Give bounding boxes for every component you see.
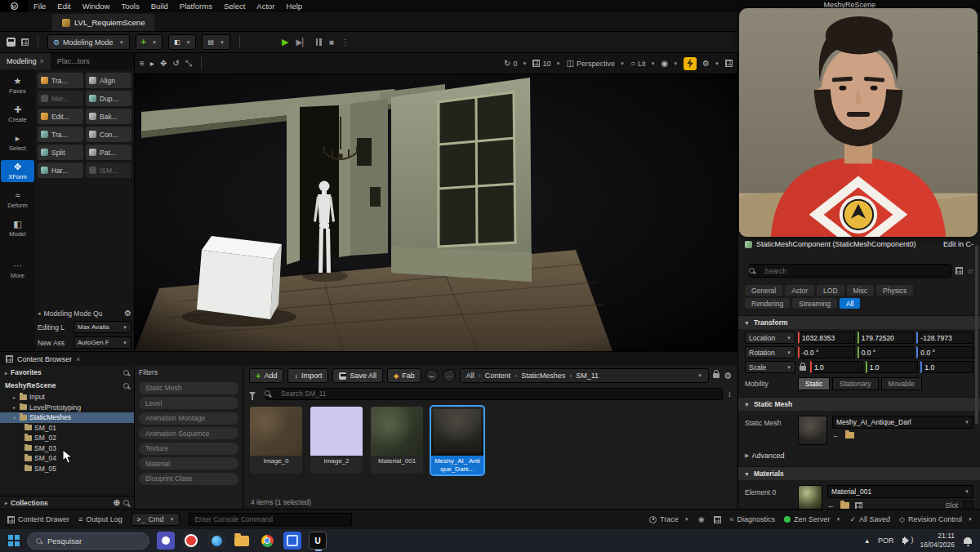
filter-funnel-icon[interactable] (249, 392, 256, 396)
tool-bake[interactable]: Bak... (86, 109, 131, 124)
menu-build[interactable]: Build (145, 0, 174, 12)
chrome-icon[interactable] (258, 532, 276, 550)
filter-blueprint-class[interactable]: Blueprint Class (139, 473, 238, 485)
tree-item-levelprototyping[interactable]: ▸ LevelPrototyping (0, 403, 134, 413)
search-icon[interactable] (123, 383, 129, 389)
perspective-dropdown[interactable]: ◫ Perspective ▼ (566, 60, 624, 68)
mode-select[interactable]: ▸ Select (1, 131, 34, 154)
material-asset-dropdown[interactable]: Material_001 ▼ (827, 485, 973, 498)
speaker-icon[interactable] (902, 538, 906, 543)
tab-streaming[interactable]: Streaming (792, 298, 837, 309)
add-actor-dropdown[interactable]: + ▼ (136, 34, 163, 50)
forward-button[interactable]: → (443, 369, 456, 382)
add-collection-icon[interactable]: ⊕ (114, 498, 120, 507)
diagnostics-button[interactable]: ≈ Diagnostics (730, 515, 775, 523)
settings-gear-icon[interactable]: ⚙ (724, 371, 732, 381)
level-tab[interactable]: LVL_RequiemScene (52, 14, 154, 31)
menu-select[interactable]: Select (218, 0, 251, 12)
file-explorer-icon[interactable] (233, 532, 251, 550)
editor-mode-dropdown[interactable]: ⚙ Modeling Mode ▼ (47, 34, 130, 50)
location-x-field[interactable]: 1032.8353 (798, 332, 855, 344)
save-all-button[interactable]: Save All (332, 368, 383, 383)
mode-model[interactable]: ◧ Model (1, 217, 34, 239)
mobility-movable-button[interactable]: Movable (881, 377, 922, 390)
save-all-icon[interactable] (7, 38, 16, 47)
asset-tile-meshy-selected[interactable]: Meshy_AI_ Antique_Dark... (431, 407, 483, 474)
location-dropdown[interactable]: Location ▼ (745, 332, 795, 344)
mobility-stationary-button[interactable]: Stationary (832, 377, 878, 390)
search-icon[interactable] (123, 500, 129, 505)
all-saved-button[interactable]: ✓ All Saved (850, 515, 891, 523)
menu-platforms[interactable]: Platforms (174, 0, 218, 12)
display-options-icon[interactable] (956, 267, 963, 274)
menu-tools[interactable]: Tools (115, 0, 145, 12)
tree-item-staticmeshes[interactable]: ▾ StaticMeshes (0, 412, 134, 423)
filter-material[interactable]: Material (139, 457, 238, 470)
editing-dropdown[interactable]: Max Availa ▼ (74, 321, 131, 333)
use-selected-asset-icon[interactable]: ← (832, 431, 840, 439)
play-button[interactable]: ▶ (282, 37, 288, 47)
tab-physics[interactable]: Physics (876, 285, 913, 296)
mode-more[interactable]: ··· More (1, 259, 34, 281)
pause-button[interactable] (316, 38, 322, 46)
rotation-x-field[interactable]: -0.0 ° (798, 346, 855, 358)
content-drawer-icon[interactable] (21, 38, 29, 46)
content-search-input[interactable] (265, 388, 723, 400)
mobility-static-button[interactable]: Static (798, 377, 830, 390)
media-app-icon[interactable] (182, 532, 200, 550)
tree-item-sm04[interactable]: SM_04 (0, 453, 134, 464)
taskbar-clock[interactable]: 21:11 16/04/2026 (920, 532, 955, 549)
grid-snap-dropdown[interactable]: 10 ▼ (532, 60, 560, 68)
console-command-input[interactable] (189, 513, 352, 526)
tool-ism[interactable]: ISM... (86, 162, 131, 178)
lit-mode-dropdown[interactable]: ○ Lit ▼ (630, 60, 656, 68)
close-icon[interactable]: × (76, 355, 80, 363)
details-search-input[interactable] (749, 264, 951, 278)
location-z-field[interactable]: -128.7973 (916, 332, 973, 344)
tree-item-sm03[interactable]: SM_03 (0, 443, 134, 454)
browse-to-asset-icon[interactable] (840, 502, 849, 509)
tool-align[interactable]: Align (86, 73, 131, 88)
blueprints-dropdown[interactable]: ◧ ▼ (168, 34, 197, 50)
cmd-dropdown[interactable]: >_ Cmd ▼ (131, 513, 180, 526)
tab-place-actors[interactable]: Plac...tors (51, 53, 96, 69)
play-options-kebab[interactable]: ⋮ (341, 38, 350, 47)
location-y-field[interactable]: 179.72520 (858, 332, 915, 344)
use-selected-asset-icon[interactable]: ← (827, 501, 835, 509)
output-log-button[interactable]: ≡ Output Log (78, 515, 122, 523)
menu-window[interactable]: Window (77, 0, 116, 12)
cinematics-dropdown[interactable]: ▤ ▼ (202, 34, 230, 50)
language-indicator[interactable]: POR (878, 536, 894, 545)
3d-scene-canvas[interactable] (135, 74, 737, 351)
tree-item-input[interactable]: ▸ Input (0, 392, 134, 403)
tool-merge[interactable]: Mer... (38, 91, 83, 106)
zen-server-dropdown[interactable]: Zen Server ▼ (784, 515, 840, 523)
filter-level[interactable]: Level (139, 397, 238, 409)
materials-section-header[interactable]: ▼ Materials (738, 466, 980, 480)
close-icon[interactable]: × (40, 57, 44, 65)
new-asset-dropdown[interactable]: AutoGen F ▼ (74, 336, 131, 349)
skip-button[interactable]: ▶▏ (296, 38, 308, 47)
breadcrumb[interactable]: All › Content › StaticMeshes › SM_11 ▼ (460, 368, 709, 383)
tree-item-sm05[interactable]: SM_05 (0, 464, 134, 474)
project-root-row[interactable]: MeshyReScene (0, 379, 134, 392)
static-mesh-thumbnail[interactable] (798, 416, 827, 445)
maximize-viewport-icon[interactable] (725, 60, 733, 67)
viewport[interactable]: ≡ ▸ ✥ ↺ ⤡ ↻ 0 ▼ 10 ▼ ◫ Perspective ▼ ○ L… (135, 53, 737, 351)
scale-x-field[interactable]: 1.0 (810, 361, 863, 373)
breadcrumb-staticmeshes[interactable]: StaticMeshes (521, 372, 565, 380)
scale-tool-icon[interactable]: ⤡ (185, 60, 192, 68)
insights-icon[interactable] (714, 516, 721, 523)
static-mesh-asset-dropdown[interactable]: Meshy_AI_Antique_Darl ▼ (832, 416, 973, 429)
tool-harvest[interactable]: Har... (38, 162, 83, 178)
angle-snap-dropdown[interactable]: ↻ 0 ▼ (504, 60, 527, 68)
scale-z-field[interactable]: 1.0 (920, 361, 973, 373)
menu-help[interactable]: Help (281, 0, 309, 12)
stop-button[interactable]: ■ (329, 38, 334, 47)
viewport-options-icon[interactable]: ≡ (140, 60, 145, 68)
creative-app-icon[interactable] (283, 532, 301, 550)
rotate-tool-icon[interactable]: ↺ (172, 60, 179, 68)
static-mesh-section-header[interactable]: ▼ Static Mesh (738, 397, 980, 411)
add-button[interactable]: + Add (249, 368, 283, 383)
material-options-icon[interactable] (855, 502, 862, 510)
